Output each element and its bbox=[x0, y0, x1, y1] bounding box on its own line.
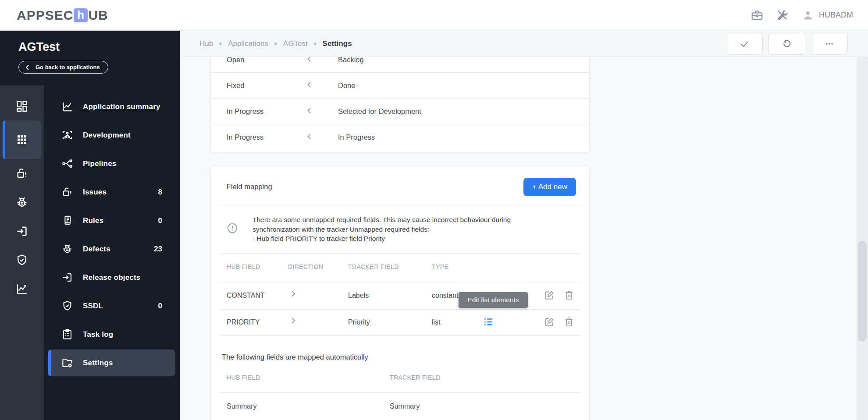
add-new-button[interactable]: + Add new bbox=[523, 178, 576, 196]
hub-status: Open bbox=[227, 57, 306, 64]
hub-status: Fixed bbox=[227, 81, 306, 90]
tracker-status: Done bbox=[338, 81, 355, 90]
tracker-status: Backlog bbox=[338, 57, 364, 64]
lock-alert-icon bbox=[15, 167, 28, 180]
auto-mapping-title: The following fields are mapped automati… bbox=[222, 353, 368, 361]
briefcase-icon[interactable] bbox=[751, 9, 764, 22]
sidebar-item-label: Release objects bbox=[83, 273, 141, 282]
sidebar-item-label: SSDL bbox=[83, 302, 103, 311]
column-header-type: TYPE bbox=[432, 263, 448, 270]
delete-icon[interactable] bbox=[563, 316, 575, 328]
logo-h-mark: h bbox=[74, 8, 88, 22]
ellipsis-icon bbox=[824, 39, 835, 49]
sidebar-item-label: Issues bbox=[83, 188, 107, 197]
tracker-status: In Progress bbox=[338, 133, 375, 141]
direction-left-icon bbox=[306, 107, 338, 116]
breadcrumb-separator bbox=[314, 42, 317, 45]
scrollbar-thumb[interactable] bbox=[858, 241, 867, 342]
rules-icon bbox=[61, 215, 73, 226]
column-header-hub-field: HUB FIELD bbox=[227, 374, 260, 381]
status-mapping-row: In Progress In Progress bbox=[211, 124, 589, 150]
sidebar-item-application-summary[interactable]: Application summary bbox=[48, 92, 175, 121]
alert-circle-icon bbox=[227, 222, 238, 234]
settings-folder-icon bbox=[61, 357, 73, 369]
rail-item-statistics[interactable] bbox=[0, 275, 44, 304]
apply-button[interactable] bbox=[726, 33, 763, 55]
rail-item-release-objects[interactable] bbox=[0, 217, 44, 246]
sidebar-item-label: Defects bbox=[83, 245, 110, 254]
column-header-tracker-field: TRACKER FIELD bbox=[348, 263, 399, 270]
breadcrumb-agtest[interactable]: AGTest bbox=[283, 39, 308, 48]
column-header-direction: DIRECTION bbox=[288, 263, 324, 270]
warning-line: synchronization with the tracker Unmappe… bbox=[253, 225, 511, 234]
sidebar-item-defects[interactable]: Defects 23 bbox=[48, 235, 175, 263]
direction-left-icon bbox=[306, 81, 338, 90]
task-log-icon bbox=[61, 328, 73, 340]
sign-in-icon bbox=[61, 272, 73, 283]
more-options-button[interactable] bbox=[811, 33, 848, 55]
rail-item-dashboard[interactable] bbox=[0, 92, 44, 120]
field-row-type: list bbox=[432, 318, 441, 326]
sidebar-item-release-objects[interactable]: Release objects bbox=[48, 263, 175, 292]
hub-status: In Progress bbox=[227, 107, 306, 116]
back-to-applications-button[interactable]: Go back to applications bbox=[18, 61, 108, 74]
sign-in-icon bbox=[15, 225, 28, 238]
divider bbox=[220, 282, 580, 282]
status-mapping-row: Open Backlog bbox=[211, 57, 589, 73]
apps-grid-icon bbox=[15, 133, 28, 146]
refresh-button[interactable] bbox=[768, 33, 805, 55]
defects-count-badge: 23 bbox=[154, 245, 162, 254]
field-mapping-title: Field mapping bbox=[227, 183, 272, 191]
sidebar-item-label: Pipelines bbox=[83, 159, 116, 168]
direction-right-icon bbox=[290, 317, 297, 324]
settings-content: Open Backlog Fixed Done In Progress Sele… bbox=[180, 57, 868, 420]
tracker-status: Selected for Development bbox=[338, 107, 421, 116]
appsechub-logo[interactable]: APPSEChUB bbox=[17, 8, 108, 23]
breadcrumb: Hub Applications AGTest Settings bbox=[199, 39, 352, 48]
bug-icon bbox=[15, 196, 28, 209]
sidebar-item-ssdl[interactable]: SSDL 0 bbox=[48, 292, 175, 320]
sidebar-item-settings[interactable]: Settings bbox=[48, 349, 175, 376]
rail-item-ssdl[interactable] bbox=[0, 246, 44, 275]
delete-icon[interactable] bbox=[563, 289, 575, 301]
shield-check-icon bbox=[61, 300, 73, 312]
field-row-tracker: Priority bbox=[348, 318, 370, 326]
edit-icon[interactable] bbox=[544, 316, 555, 328]
sidebar-item-development[interactable]: Development bbox=[48, 121, 175, 149]
sidebar-item-rules[interactable]: Rules 0 bbox=[48, 206, 175, 235]
field-mapping-card: Field mapping + Add new There ara some u… bbox=[210, 166, 590, 420]
user-menu[interactable]: HUBADM bbox=[801, 9, 853, 22]
auto-row-hub: Summary bbox=[227, 402, 256, 410]
breadcrumb-hub[interactable]: Hub bbox=[199, 39, 213, 48]
column-header-tracker-field: TRACKER FIELD bbox=[390, 374, 441, 381]
auto-row-tracker: Summary bbox=[390, 402, 420, 410]
pipelines-icon bbox=[61, 158, 73, 169]
direction-right-icon bbox=[290, 290, 297, 297]
vertical-scrollbar[interactable] bbox=[857, 57, 868, 420]
admin-tools-icon[interactable] bbox=[776, 9, 789, 22]
breadcrumb-settings: Settings bbox=[323, 39, 352, 48]
shield-check-icon bbox=[15, 254, 28, 267]
rail-item-issues[interactable] bbox=[0, 159, 44, 188]
rail-item-applications[interactable] bbox=[0, 120, 44, 159]
appsechub-window: APPSEChUB HUBADM AGTest Go back to appli… bbox=[0, 0, 868, 420]
status-mapping-row: In Progress Selected for Development bbox=[211, 99, 589, 124]
divider bbox=[220, 335, 580, 336]
edit-list-elements-icon[interactable] bbox=[483, 316, 494, 328]
breadcrumb-applications[interactable]: Applications bbox=[228, 39, 268, 48]
logo-text-right: UB bbox=[88, 8, 108, 23]
sidebar-item-pipelines[interactable]: Pipelines bbox=[48, 149, 175, 178]
sidebar: AGTest Go back to applications bbox=[0, 31, 180, 420]
icon-rail bbox=[0, 85, 44, 420]
top-header: APPSEChUB HUBADM bbox=[0, 0, 868, 31]
unmapped-fields-warning: There ara some unmapped required fields.… bbox=[253, 215, 511, 244]
back-button-label: Go back to applications bbox=[36, 64, 100, 71]
sidebar-item-issues[interactable]: Issues 8 bbox=[48, 178, 175, 206]
bug-icon bbox=[61, 243, 73, 255]
refresh-icon bbox=[782, 39, 792, 49]
breadcrumb-separator bbox=[274, 42, 277, 45]
rail-item-defects[interactable] bbox=[0, 188, 44, 217]
edit-icon[interactable] bbox=[544, 289, 555, 301]
app-name: AGTest bbox=[18, 40, 180, 54]
sidebar-item-task-log[interactable]: Task log bbox=[48, 320, 175, 349]
